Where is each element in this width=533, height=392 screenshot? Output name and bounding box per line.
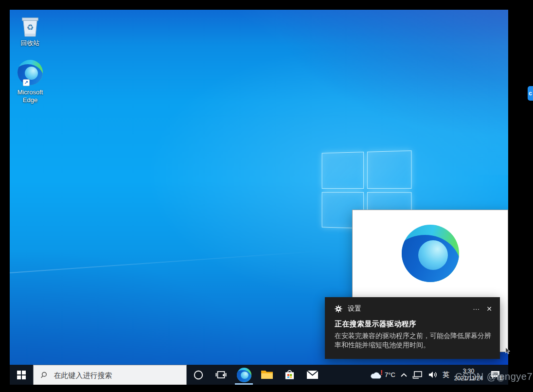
tray-overflow-chevron[interactable] xyxy=(400,373,408,377)
mail-icon xyxy=(306,370,319,379)
temperature-text: 7°C xyxy=(385,371,395,378)
language-text: 英 xyxy=(443,371,449,379)
taskbar: ! 7°C xyxy=(10,365,508,385)
wallpaper-light-beam xyxy=(236,10,508,175)
toast-close-button[interactable]: ✕ xyxy=(486,305,492,312)
taskbar-button-microsoft-edge[interactable] xyxy=(232,365,255,385)
gear-icon xyxy=(335,305,342,313)
input-language-indicator[interactable]: 英 xyxy=(443,371,449,379)
edge-taskbar-icon xyxy=(237,368,251,382)
taskbar-button-task-view[interactable] xyxy=(210,365,232,385)
desktop-screen: ♻ 回收站 ↗ Microsoft Edge xyxy=(10,10,508,385)
taskbar-button-microsoft-store[interactable] xyxy=(278,365,301,385)
desktop-icon-label: Microsoft Edge xyxy=(11,89,50,104)
wallpaper-tint-bottom-left xyxy=(10,248,263,365)
recycle-bin-icon: ♻ xyxy=(18,14,42,38)
chevron-up-icon xyxy=(400,373,408,377)
weather-widget[interactable]: ! 7°C xyxy=(370,371,395,379)
search-icon xyxy=(40,371,47,379)
mouse-cursor xyxy=(505,347,511,354)
windows-logo-pane xyxy=(322,152,364,189)
search-input[interactable] xyxy=(53,371,180,380)
microsoft-store-icon xyxy=(284,369,295,380)
toast-body: 在安装完兼容的驱动程序之前，可能会降低屏幕分辨率和性能并缩短电池使用时间。 xyxy=(335,331,492,350)
csdn-side-widget[interactable]: c xyxy=(528,86,533,101)
taskbar-button-mail[interactable] xyxy=(301,365,324,385)
csdn-watermark: CSDN @lengye7 xyxy=(455,371,533,382)
desktop-icon-recycle-bin[interactable]: ♻ 回收站 xyxy=(11,14,50,47)
shortcut-arrow-icon: ↗ xyxy=(23,79,30,86)
start-button[interactable] xyxy=(10,365,33,385)
task-view-icon xyxy=(215,370,227,379)
network-status[interactable] xyxy=(412,371,423,379)
edge-splash-logo xyxy=(402,225,459,282)
toast-more-button[interactable]: ··· xyxy=(473,305,480,312)
taskbar-button-file-explorer[interactable] xyxy=(255,365,278,385)
notification-toast[interactable]: 设置 ··· ✕ 正在搜索显示器驱动程序 在安装完兼容的驱动程序之前，可能会降低… xyxy=(325,297,500,359)
volume-control[interactable] xyxy=(427,371,438,379)
speaker-icon xyxy=(427,371,438,379)
toast-header: 设置 ··· ✕ xyxy=(335,304,492,313)
taskbar-button-cortana[interactable] xyxy=(187,365,210,385)
side-widget-label: c xyxy=(529,90,532,97)
file-explorer-icon xyxy=(261,370,273,380)
windows-logo-pane xyxy=(367,150,411,188)
taskbar-search-box[interactable] xyxy=(33,365,187,385)
desktop-icon-microsoft-edge[interactable]: ↗ Microsoft Edge xyxy=(11,60,50,104)
ethernet-network-icon xyxy=(412,371,423,379)
cortana-icon xyxy=(193,370,204,380)
screenshot-frame: ♻ 回收站 ↗ Microsoft Edge xyxy=(0,0,533,392)
toast-app-name: 设置 xyxy=(348,304,361,313)
svg-text:♻: ♻ xyxy=(27,23,34,32)
desktop-icon-label: 回收站 xyxy=(21,39,40,47)
windows-start-icon xyxy=(17,371,26,379)
weather-alert-icon: ! xyxy=(380,368,383,376)
toast-title: 正在搜索显示器驱动程序 xyxy=(335,320,492,329)
edge-logo-icon xyxy=(18,60,43,85)
